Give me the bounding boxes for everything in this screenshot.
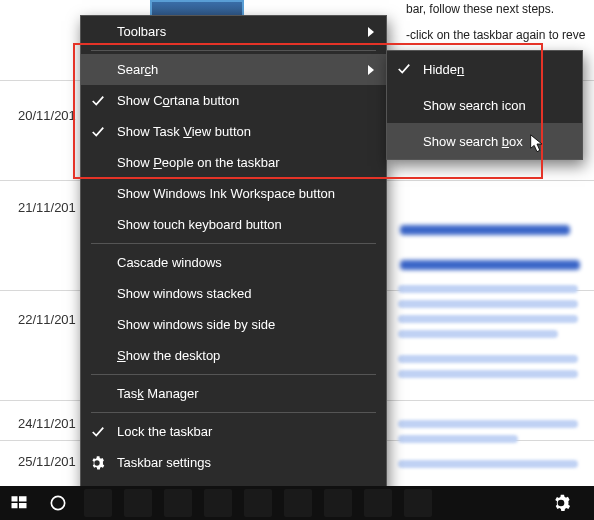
date-cell: 22/11/201: [18, 312, 76, 327]
bg-text-line: bar, follow these next steps.: [406, 2, 586, 17]
svg-point-4: [51, 496, 64, 509]
check-icon: [91, 94, 105, 108]
taskbar: [0, 486, 594, 520]
menu-item-lock-taskbar[interactable]: Lock the taskbar: [81, 416, 386, 447]
taskbar-context-menu: Toolbars Search Show Cortana button Show…: [80, 15, 387, 498]
menu-separator: [91, 374, 376, 375]
settings-gear-icon[interactable]: [548, 490, 574, 516]
check-icon: [91, 425, 105, 439]
menu-label: Show search icon: [423, 98, 526, 113]
check-icon: [397, 62, 411, 76]
menu-item-stacked[interactable]: Show windows stacked: [81, 278, 386, 309]
date-cell: 20/11/201: [18, 108, 76, 123]
taskbar-app-icon[interactable]: [324, 489, 352, 517]
menu-label: Show windows stacked: [117, 286, 251, 301]
chevron-right-icon: [368, 65, 374, 75]
menu-item-taskbar-settings[interactable]: Taskbar settings: [81, 447, 386, 478]
taskbar-app-icon[interactable]: [124, 489, 152, 517]
menu-label: Show People on the taskbar: [117, 155, 280, 170]
taskbar-app-icon[interactable]: [164, 489, 192, 517]
menu-label: Show search box: [423, 134, 523, 149]
date-cell: 24/11/201: [18, 416, 76, 431]
menu-label: Show the desktop: [117, 348, 220, 363]
submenu-item-show-search-icon[interactable]: Show search icon: [387, 87, 582, 123]
menu-item-task-manager[interactable]: Task Manager: [81, 378, 386, 409]
menu-separator: [91, 243, 376, 244]
date-cell: 25/11/201: [18, 454, 76, 469]
taskbar-app-icon[interactable]: [84, 489, 112, 517]
taskbar-app-icon[interactable]: [404, 489, 432, 517]
chevron-right-icon: [368, 27, 374, 37]
gear-icon: [89, 455, 105, 471]
windows-icon: [10, 494, 28, 512]
menu-item-sidebyside[interactable]: Show windows side by side: [81, 309, 386, 340]
menu-separator: [91, 412, 376, 413]
start-button[interactable]: [6, 490, 32, 516]
taskbar-app-icon[interactable]: [204, 489, 232, 517]
menu-item-people[interactable]: Show People on the taskbar: [81, 147, 386, 178]
svg-rect-2: [12, 503, 18, 508]
menu-item-search[interactable]: Search: [81, 54, 386, 85]
menu-label: Show touch keyboard button: [117, 217, 282, 232]
menu-label: Show Cortana button: [117, 93, 239, 108]
menu-separator: [91, 50, 376, 51]
menu-label: Cascade windows: [117, 255, 222, 270]
menu-item-show-desktop[interactable]: Show the desktop: [81, 340, 386, 371]
menu-label: Show windows side by side: [117, 317, 275, 332]
menu-item-cortana[interactable]: Show Cortana button: [81, 85, 386, 116]
menu-label: Show Windows Ink Workspace button: [117, 186, 335, 201]
svg-rect-3: [19, 503, 27, 508]
menu-label: Task Manager: [117, 386, 199, 401]
check-icon: [91, 125, 105, 139]
menu-label: Show Task View button: [117, 124, 251, 139]
menu-label: Taskbar settings: [117, 455, 211, 470]
menu-item-toolbars[interactable]: Toolbars: [81, 16, 386, 47]
bg-text-line: -click on the taskbar again to reveal th: [406, 28, 586, 43]
menu-label: Search: [117, 62, 158, 77]
search-submenu: Hidden Show search icon Show search box: [386, 50, 583, 160]
menu-label: Hidden: [423, 62, 464, 77]
menu-item-touch-keyboard[interactable]: Show touch keyboard button: [81, 209, 386, 240]
menu-item-ink[interactable]: Show Windows Ink Workspace button: [81, 178, 386, 209]
menu-label: Toolbars: [117, 24, 166, 39]
cortana-circle-icon[interactable]: [44, 489, 72, 517]
date-cell: 21/11/201: [18, 200, 76, 215]
submenu-item-show-search-box[interactable]: Show search box: [387, 123, 582, 159]
taskbar-app-icon[interactable]: [364, 489, 392, 517]
submenu-item-hidden[interactable]: Hidden: [387, 51, 582, 87]
menu-item-taskview[interactable]: Show Task View button: [81, 116, 386, 147]
svg-rect-1: [19, 496, 27, 501]
taskbar-app-icon[interactable]: [284, 489, 312, 517]
taskbar-app-icon[interactable]: [244, 489, 272, 517]
menu-item-cascade[interactable]: Cascade windows: [81, 247, 386, 278]
svg-rect-0: [12, 496, 18, 501]
menu-label: Lock the taskbar: [117, 424, 212, 439]
